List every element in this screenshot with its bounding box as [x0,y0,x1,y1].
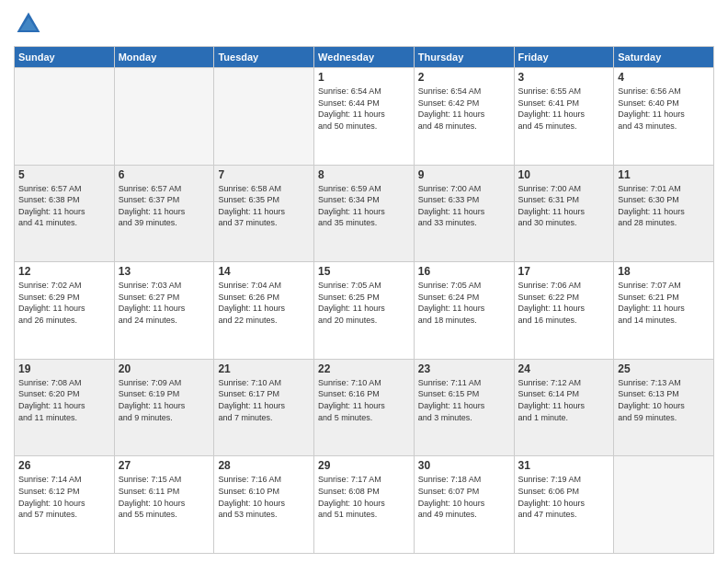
calendar-cell: 7Sunrise: 6:58 AM Sunset: 6:35 PM Daylig… [214,165,314,262]
logo-icon [14,9,43,39]
calendar-cell: 29Sunrise: 7:17 AM Sunset: 6:08 PM Dayli… [314,456,415,554]
day-number: 16 [418,265,510,278]
day-number: 22 [318,362,410,375]
day-number: 12 [18,265,110,278]
day-info: Sunrise: 7:14 AM Sunset: 6:12 PM Dayligh… [18,474,110,520]
calendar-cell: 25Sunrise: 7:13 AM Sunset: 6:13 PM Dayli… [614,359,714,456]
calendar-cell: 27Sunrise: 7:15 AM Sunset: 6:11 PM Dayli… [114,456,214,554]
day-info: Sunrise: 7:10 AM Sunset: 6:17 PM Dayligh… [218,377,310,423]
day-number: 1 [318,71,410,84]
day-info: Sunrise: 6:56 AM Sunset: 6:40 PM Dayligh… [618,86,710,132]
calendar-cell: 30Sunrise: 7:18 AM Sunset: 6:07 PM Dayli… [414,456,514,554]
day-number: 20 [119,362,210,375]
day-number: 19 [18,362,110,375]
calendar-cell: 18Sunrise: 7:07 AM Sunset: 6:21 PM Dayli… [614,262,714,360]
weekday-header-sunday: Sunday [15,47,115,68]
calendar-week-3: 12Sunrise: 7:02 AM Sunset: 6:29 PM Dayli… [15,262,714,360]
day-info: Sunrise: 7:12 AM Sunset: 6:14 PM Dayligh… [518,377,610,423]
weekday-header-tuesday: Tuesday [214,47,314,68]
day-number: 13 [119,265,210,278]
day-info: Sunrise: 7:02 AM Sunset: 6:29 PM Dayligh… [18,280,110,326]
day-info: Sunrise: 7:13 AM Sunset: 6:13 PM Dayligh… [618,377,710,423]
logo [14,9,47,39]
calendar-cell: 15Sunrise: 7:05 AM Sunset: 6:25 PM Dayli… [314,262,415,360]
calendar-cell: 19Sunrise: 7:08 AM Sunset: 6:20 PM Dayli… [15,359,115,456]
day-number: 10 [518,168,610,181]
calendar-cell: 4Sunrise: 6:56 AM Sunset: 6:40 PM Daylig… [614,68,714,166]
weekday-header-saturday: Saturday [614,47,714,68]
calendar-cell: 14Sunrise: 7:04 AM Sunset: 6:26 PM Dayli… [214,262,314,360]
day-number: 8 [318,168,410,181]
day-number: 26 [18,459,110,472]
day-info: Sunrise: 7:15 AM Sunset: 6:11 PM Dayligh… [119,474,210,520]
day-number: 27 [119,459,210,472]
day-info: Sunrise: 7:10 AM Sunset: 6:16 PM Dayligh… [318,377,410,423]
calendar-week-2: 5Sunrise: 6:57 AM Sunset: 6:38 PM Daylig… [15,165,714,262]
day-info: Sunrise: 7:03 AM Sunset: 6:27 PM Dayligh… [119,280,210,326]
calendar-cell: 3Sunrise: 6:55 AM Sunset: 6:41 PM Daylig… [514,68,614,166]
day-number: 23 [418,362,510,375]
day-number: 6 [119,168,210,181]
day-info: Sunrise: 7:00 AM Sunset: 6:31 PM Dayligh… [518,183,610,229]
day-number: 4 [618,71,710,84]
day-number: 9 [418,168,510,181]
day-info: Sunrise: 6:57 AM Sunset: 6:38 PM Dayligh… [18,183,110,229]
calendar-cell: 1Sunrise: 6:54 AM Sunset: 6:44 PM Daylig… [314,68,415,166]
weekday-header-wednesday: Wednesday [314,47,415,68]
day-number: 21 [218,362,310,375]
day-number: 15 [318,265,410,278]
day-info: Sunrise: 6:59 AM Sunset: 6:34 PM Dayligh… [318,183,410,229]
day-info: Sunrise: 7:00 AM Sunset: 6:33 PM Dayligh… [418,183,510,229]
day-info: Sunrise: 7:04 AM Sunset: 6:26 PM Dayligh… [218,280,310,326]
calendar-cell: 17Sunrise: 7:06 AM Sunset: 6:22 PM Dayli… [514,262,614,360]
day-number: 24 [518,362,610,375]
day-number: 30 [418,459,510,472]
day-number: 5 [18,168,110,181]
calendar-cell [114,68,214,166]
calendar-cell: 13Sunrise: 7:03 AM Sunset: 6:27 PM Dayli… [114,262,214,360]
calendar-cell: 10Sunrise: 7:00 AM Sunset: 6:31 PM Dayli… [514,165,614,262]
calendar-cell: 2Sunrise: 6:54 AM Sunset: 6:42 PM Daylig… [414,68,514,166]
day-info: Sunrise: 7:17 AM Sunset: 6:08 PM Dayligh… [318,474,410,520]
calendar-week-4: 19Sunrise: 7:08 AM Sunset: 6:20 PM Dayli… [15,359,714,456]
day-info: Sunrise: 7:08 AM Sunset: 6:20 PM Dayligh… [18,377,110,423]
calendar-cell: 9Sunrise: 7:00 AM Sunset: 6:33 PM Daylig… [414,165,514,262]
day-number: 31 [518,459,610,472]
day-number: 28 [218,459,310,472]
day-number: 3 [518,71,610,84]
day-info: Sunrise: 7:05 AM Sunset: 6:24 PM Dayligh… [418,280,510,326]
calendar-week-5: 26Sunrise: 7:14 AM Sunset: 6:12 PM Dayli… [15,456,714,554]
day-info: Sunrise: 7:01 AM Sunset: 6:30 PM Dayligh… [618,183,710,229]
calendar-cell: 5Sunrise: 6:57 AM Sunset: 6:38 PM Daylig… [15,165,115,262]
calendar-cell: 31Sunrise: 7:19 AM Sunset: 6:06 PM Dayli… [514,456,614,554]
calendar-cell: 12Sunrise: 7:02 AM Sunset: 6:29 PM Dayli… [15,262,115,360]
day-number: 11 [618,168,710,181]
calendar-cell: 23Sunrise: 7:11 AM Sunset: 6:15 PM Dayli… [414,359,514,456]
calendar-cell: 8Sunrise: 6:59 AM Sunset: 6:34 PM Daylig… [314,165,415,262]
day-info: Sunrise: 6:55 AM Sunset: 6:41 PM Dayligh… [518,86,610,132]
calendar-cell: 24Sunrise: 7:12 AM Sunset: 6:14 PM Dayli… [514,359,614,456]
day-info: Sunrise: 7:18 AM Sunset: 6:07 PM Dayligh… [418,474,510,520]
day-number: 2 [418,71,510,84]
day-info: Sunrise: 7:07 AM Sunset: 6:21 PM Dayligh… [618,280,710,326]
header [14,9,714,39]
calendar-cell: 26Sunrise: 7:14 AM Sunset: 6:12 PM Dayli… [15,456,115,554]
calendar-table: SundayMondayTuesdayWednesdayThursdayFrid… [14,46,714,554]
main-container: SundayMondayTuesdayWednesdayThursdayFrid… [0,0,728,563]
day-number: 17 [518,265,610,278]
day-info: Sunrise: 6:54 AM Sunset: 6:44 PM Dayligh… [318,86,410,132]
day-info: Sunrise: 7:11 AM Sunset: 6:15 PM Dayligh… [418,377,510,423]
day-number: 29 [318,459,410,472]
day-info: Sunrise: 7:09 AM Sunset: 6:19 PM Dayligh… [119,377,210,423]
weekday-header-row: SundayMondayTuesdayWednesdayThursdayFrid… [15,47,714,68]
day-info: Sunrise: 7:05 AM Sunset: 6:25 PM Dayligh… [318,280,410,326]
day-info: Sunrise: 7:16 AM Sunset: 6:10 PM Dayligh… [218,474,310,520]
calendar-cell: 22Sunrise: 7:10 AM Sunset: 6:16 PM Dayli… [314,359,415,456]
day-info: Sunrise: 7:06 AM Sunset: 6:22 PM Dayligh… [518,280,610,326]
day-info: Sunrise: 6:57 AM Sunset: 6:37 PM Dayligh… [119,183,210,229]
day-info: Sunrise: 6:54 AM Sunset: 6:42 PM Dayligh… [418,86,510,132]
calendar-cell: 20Sunrise: 7:09 AM Sunset: 6:19 PM Dayli… [114,359,214,456]
day-info: Sunrise: 7:19 AM Sunset: 6:06 PM Dayligh… [518,474,610,520]
weekday-header-monday: Monday [114,47,214,68]
calendar-cell: 6Sunrise: 6:57 AM Sunset: 6:37 PM Daylig… [114,165,214,262]
